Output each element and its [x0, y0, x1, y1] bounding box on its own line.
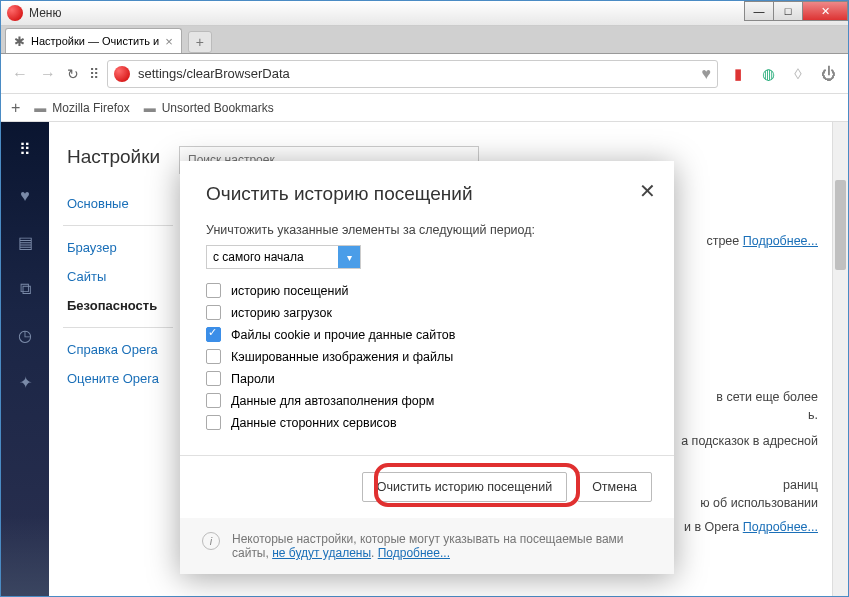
- adblock-icon[interactable]: ▮: [728, 65, 748, 83]
- globe-icon[interactable]: ◍: [758, 65, 778, 83]
- speed-dial-icon[interactable]: ⠿: [89, 66, 97, 82]
- side-rail: ⠿ ♥ ▤ ⧉ ◷ ✦: [1, 122, 49, 596]
- history-rail-icon[interactable]: ◷: [15, 326, 35, 345]
- period-value: с самого начала: [213, 250, 304, 264]
- settings-title: Настройки: [67, 146, 179, 168]
- opt-label: историю посещений: [231, 284, 348, 298]
- close-tab-icon[interactable]: ×: [165, 34, 173, 49]
- maximize-button[interactable]: □: [773, 1, 803, 21]
- tab-settings[interactable]: ✱ Настройки — Очистить и ×: [5, 28, 182, 53]
- new-tab-button[interactable]: +: [188, 31, 212, 53]
- period-select[interactable]: с самого начала ▾: [206, 245, 361, 269]
- nav-security[interactable]: Безопасность: [67, 298, 179, 313]
- shield-icon[interactable]: ◊: [788, 65, 808, 82]
- bookmark-heart-icon[interactable]: ♥: [702, 65, 712, 83]
- settings-nav: Настройки Основные Браузер Сайты Безопас…: [49, 122, 179, 596]
- opt-label: Кэшированные изображения и файлы: [231, 350, 453, 364]
- heart-rail-icon[interactable]: ♥: [15, 187, 35, 205]
- power-icon[interactable]: ⏻: [818, 65, 838, 82]
- nav-sites[interactable]: Сайты: [67, 269, 179, 284]
- rail-decoration: [1, 516, 49, 596]
- nav-basic[interactable]: Основные: [67, 196, 179, 211]
- news-rail-icon[interactable]: ▤: [15, 233, 35, 252]
- opt-label: Файлы cookie и прочие данные сайтов: [231, 328, 455, 342]
- bookmark-label: Unsorted Bookmarks: [162, 101, 274, 115]
- opt-label: Данные сторонних сервисов: [231, 416, 397, 430]
- bookmark-folder-firefox[interactable]: ▬ Mozilla Firefox: [34, 101, 129, 115]
- bg-text: раниц: [783, 478, 818, 492]
- forward-button[interactable]: →: [39, 65, 57, 83]
- info-icon: i: [202, 532, 220, 550]
- dialog-close-icon[interactable]: ✕: [639, 179, 656, 203]
- speed-dial-rail-icon[interactable]: ⠿: [15, 140, 35, 159]
- separator: [63, 327, 173, 328]
- minimize-button[interactable]: —: [744, 1, 774, 21]
- learn-more-link[interactable]: Подробнее...: [743, 520, 818, 534]
- bookmark-folder-unsorted[interactable]: ▬ Unsorted Bookmarks: [144, 101, 274, 115]
- cache-checkbox[interactable]: [206, 349, 221, 364]
- back-button[interactable]: ←: [11, 65, 29, 83]
- separator: [63, 225, 173, 226]
- opt-label: историю загрузок: [231, 306, 332, 320]
- tab-title: Настройки — Очистить и: [31, 35, 159, 47]
- bg-text: ю об использовании: [700, 496, 818, 510]
- cookies-checkbox[interactable]: [206, 327, 221, 342]
- bg-text: в сети еще более: [716, 390, 818, 404]
- dialog-subtitle: Уничтожить указанные элементы за следующ…: [206, 223, 648, 237]
- bookmarks-bar: + ▬ Mozilla Firefox ▬ Unsorted Bookmarks: [1, 94, 848, 122]
- tabs-rail-icon[interactable]: ⧉: [15, 280, 35, 298]
- bg-text: ь.: [808, 408, 818, 422]
- tab-bar: ✱ Настройки — Очистить и × +: [1, 26, 848, 54]
- bg-text: и в Opera: [684, 520, 739, 534]
- dialog-info: i Некоторые настройки, которые могут ука…: [180, 518, 674, 574]
- info-text: .: [371, 546, 378, 560]
- learn-more-link[interactable]: Подробнее...: [743, 234, 818, 248]
- chevron-down-icon: ▾: [338, 246, 360, 268]
- bg-text: а подсказок в адресной: [681, 434, 818, 448]
- bg-text: стрее: [706, 234, 739, 248]
- close-window-button[interactable]: ✕: [802, 1, 848, 21]
- titlebar: Меню — □ ✕: [1, 1, 848, 26]
- clear-history-button[interactable]: Очистить историю посещений: [362, 472, 567, 502]
- folder-icon: ▬: [34, 101, 46, 115]
- address-input[interactable]: [138, 66, 694, 81]
- browser-window: Меню — □ ✕ ✱ Настройки — Очистить и × + …: [0, 0, 849, 597]
- opt-label: Пароли: [231, 372, 275, 386]
- dialog-title: Очистить историю посещений: [206, 183, 648, 205]
- history-checkbox[interactable]: [206, 283, 221, 298]
- extensions-rail-icon[interactable]: ✦: [15, 373, 35, 392]
- clear-history-dialog: ✕ Очистить историю посещений Уничтожить …: [180, 161, 674, 574]
- address-bar: ← → ↻ ⠿ ♥ ▮ ◍ ◊ ⏻: [1, 54, 848, 94]
- bookmark-label: Mozilla Firefox: [52, 101, 129, 115]
- autofill-checkbox[interactable]: [206, 393, 221, 408]
- passwords-checkbox[interactable]: [206, 371, 221, 386]
- nav-rate[interactable]: Оцените Opera: [67, 371, 179, 386]
- add-bookmark-button[interactable]: +: [11, 99, 20, 117]
- not-deleted-link[interactable]: не будут удалены: [272, 546, 371, 560]
- downloads-checkbox[interactable]: [206, 305, 221, 320]
- opt-label: Данные для автозаполнения форм: [231, 394, 434, 408]
- nav-browser[interactable]: Браузер: [67, 240, 179, 255]
- nav-help[interactable]: Справка Opera: [67, 342, 179, 357]
- reload-button[interactable]: ↻: [67, 66, 79, 82]
- scroll-thumb[interactable]: [835, 180, 846, 270]
- learn-more-link[interactable]: Подробнее...: [378, 546, 450, 560]
- address-field-wrap[interactable]: ♥: [107, 60, 718, 88]
- gear-icon: ✱: [14, 34, 25, 49]
- scrollbar[interactable]: [832, 122, 848, 596]
- opera-logo-icon: [7, 5, 23, 21]
- cancel-button[interactable]: Отмена: [577, 472, 652, 502]
- opera-icon: [114, 66, 130, 82]
- thirdparty-checkbox[interactable]: [206, 415, 221, 430]
- menu-button[interactable]: Меню: [29, 6, 61, 20]
- folder-icon: ▬: [144, 101, 156, 115]
